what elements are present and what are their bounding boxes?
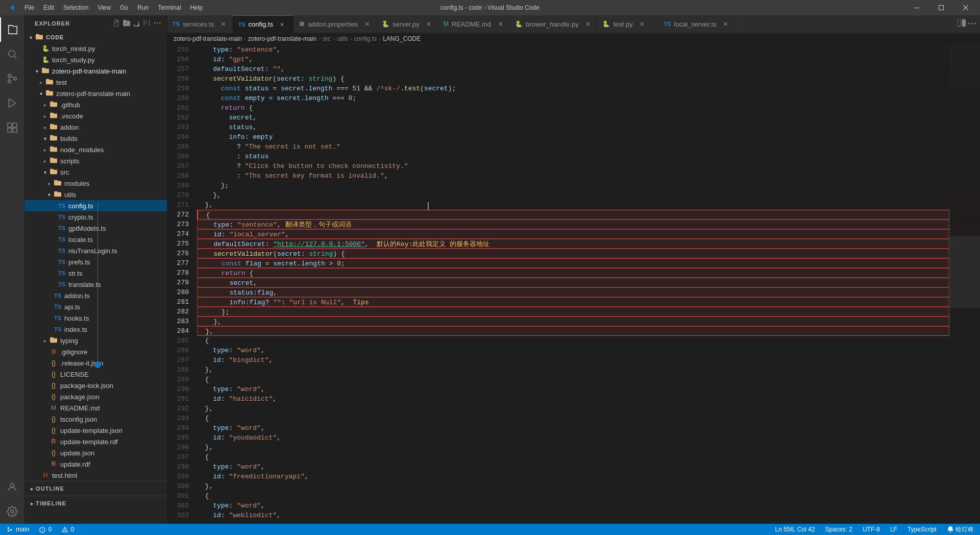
tab-readme[interactable]: M README.md ✕ [438,15,510,33]
more-actions-icon[interactable] [154,19,161,28]
close-btn[interactable] [955,2,976,13]
sidebar-item-prefs-ts[interactable]: TS prefs.ts [24,256,167,268]
sidebar-item-torch-mnist[interactable]: 🐍 torch_mnist.py [24,43,167,54]
more-editor-icon[interactable] [968,19,976,29]
tab-close-services[interactable]: ✕ [219,20,227,28]
sidebar-item-addon[interactable]: addon [24,121,167,133]
sidebar-item-typing[interactable]: typing [24,335,167,346]
sidebar-item-update-json[interactable]: {} update.json [24,447,167,458]
sidebar-item-str-ts[interactable]: TS str.ts [24,268,167,279]
sidebar-item-package-lock[interactable]: {} package-lock.json [24,380,167,391]
split-editor-icon[interactable] [958,19,966,29]
breadcrumb-item-2[interactable]: zotero-pdf-translate-main [248,35,316,42]
tab-config[interactable]: TS config.ts ✕ [233,15,294,33]
tab-close-server[interactable]: ✕ [425,20,433,28]
breadcrumb-item-4[interactable]: utils [337,35,348,42]
file-tree: CODE 🐍 torch_mnist.py 🐍 torch_study.py [24,32,167,524]
sidebar-item-config-ts[interactable]: TS config.ts [24,200,167,211]
breadcrumb-item-3[interactable]: src [323,35,331,42]
status-spaces[interactable]: Spaces: 2 [823,526,854,533]
sidebar-item-update-template-rdf[interactable]: R update-template.rdf [24,436,167,447]
sidebar-item-node-modules[interactable]: node_modules [24,144,167,155]
menu-run[interactable]: Run [133,3,153,12]
sidebar-item-code-root[interactable]: CODE [24,32,167,43]
timeline-title[interactable]: ▸ TIMELINE [24,498,167,508]
tab-close-config[interactable]: ✕ [278,20,286,29]
sidebar-item-translate-ts[interactable]: TS translate.ts [24,279,167,290]
tab-local-server[interactable]: TS local_server.ts ✕ [658,15,735,33]
tab-close-addon[interactable]: ✕ [363,20,371,28]
sidebar-item-niutranslogin-ts[interactable]: TS niuTransLogin.ts [24,245,167,256]
activity-search[interactable] [0,42,24,66]
new-file-icon[interactable] [113,19,120,28]
menu-go[interactable]: Go [116,3,132,12]
sidebar-item-hooks-ts[interactable]: TS hooks.ts [24,312,167,324]
sidebar-item-addon-ts[interactable]: TS addon.ts [24,290,167,301]
sidebar-item-modules[interactable]: modules [24,178,167,189]
menu-selection[interactable]: Selection [59,3,92,12]
status-errors[interactable]: 0 [37,526,54,533]
tab-close-readme[interactable]: ✕ [496,20,504,28]
tab-server[interactable]: 🐍 server.py ✕ [377,15,438,33]
code-content[interactable]: type: "sentence", id: "gpt", defaultSecr… [193,45,949,524]
tab-test-py[interactable]: 🐍 test.py ✕ [597,15,658,33]
menu-view[interactable]: View [93,3,115,12]
menu-edit[interactable]: Edit [39,3,58,12]
tab-close-brower[interactable]: ✕ [583,20,592,28]
new-folder-icon[interactable] [123,19,130,28]
sidebar-item-api-ts[interactable]: TS api.ts [24,301,167,312]
sidebar-item-test-html[interactable]: H test.html [24,470,167,481]
breadcrumb-item-1[interactable]: zotero-pdf-translate-main [174,35,242,42]
outline-title[interactable]: ▸ OUTLINE [24,483,167,494]
minimize-btn[interactable] [906,2,927,13]
tab-close-local[interactable]: ✕ [722,20,730,28]
activity-source-control[interactable] [0,66,24,91]
activity-settings[interactable] [0,499,24,524]
sidebar-item-utils[interactable]: utils [24,189,167,200]
sidebar-item-torch-study[interactable]: 🐍 torch_study.py [24,54,167,65]
maximize-btn[interactable] [931,2,951,13]
sidebar-item-scripts[interactable]: scripts [24,155,167,166]
activity-explorer[interactable] [0,17,24,42]
status-eol[interactable]: LF [888,526,899,533]
sidebar-item-package-json[interactable]: {} package.json [24,391,167,402]
refresh-icon[interactable] [133,19,140,28]
sidebar-item-locale-ts[interactable]: TS locale.ts [24,234,167,245]
menu-terminal[interactable]: Terminal [154,3,185,12]
sidebar-item-gptmodels-ts[interactable]: TS gptModels.ts [24,223,167,234]
tab-addon-properties[interactable]: ⚙ addon.properties ✕ [294,15,377,33]
sidebar-item-update-template-json[interactable]: {} update-template.json [24,425,167,436]
activity-extensions[interactable] [0,115,24,140]
sidebar-item-zotero-inner[interactable]: zotero-pdf-translate-main [24,88,167,99]
sidebar-item-index-ts[interactable]: TS index.ts [24,324,167,335]
tab-services[interactable]: TS services.ts ✕ [167,15,233,33]
activity-account[interactable] [0,475,24,499]
breadcrumb-item-5[interactable]: config.ts [354,35,377,42]
status-position[interactable]: Ln 556, Col 42 [773,526,817,533]
collapse-all-icon[interactable] [143,19,151,28]
sidebar-item-tsconfig[interactable]: {} tsconfig.json [24,414,167,425]
sidebar-item-builds[interactable]: builds [24,133,167,144]
activity-run-debug[interactable] [0,91,24,115]
tab-brower-handle[interactable]: 🐍 brower_handle.py ✕ [510,15,597,33]
sidebar-item-update-rdf[interactable]: R update.rdf [24,458,167,470]
sidebar-item-crypto-ts[interactable]: TS crypto.ts [24,211,167,223]
sidebar-item-test[interactable]: test [24,77,167,88]
sidebar-item-gitignore[interactable]: ⚙ .gitignore [24,346,167,357]
menu-help[interactable]: Help [186,3,207,12]
sidebar-item-github[interactable]: .github [24,99,167,110]
sidebar-item-license[interactable]: {} LICENSE [24,369,167,380]
sidebar-item-release-json[interactable]: {} .release-it.json [24,357,167,369]
sidebar-item-readme[interactable]: M README.md [24,402,167,414]
tab-close-test[interactable]: ✕ [638,20,646,28]
sidebar-item-zotero-outer[interactable]: zotero-pdf-translate-main [24,65,167,77]
status-encoding[interactable]: UTF-8 [861,526,882,533]
sidebar-item-src[interactable]: src [24,166,167,178]
menu-file[interactable]: File [20,3,38,12]
sidebar-item-vscode[interactable]: .vscode [24,110,167,121]
status-warnings[interactable]: 0 [60,526,76,533]
breadcrumb-item-6[interactable]: LANG_CODE [383,35,421,42]
status-notifications[interactable]: 铃叮咚 [945,525,976,534]
status-branch[interactable]: main [4,526,31,533]
status-language[interactable]: TypeScript [905,526,939,533]
